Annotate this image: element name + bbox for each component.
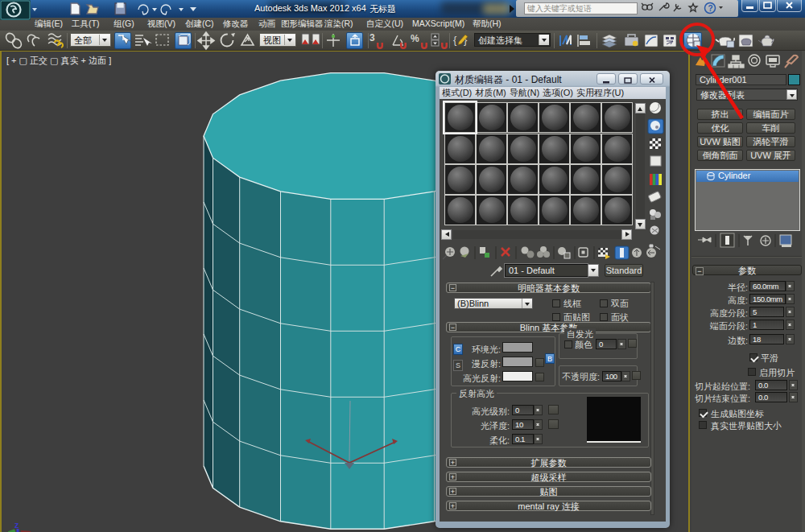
svg-text:%: % bbox=[411, 33, 419, 44]
svg-text:{: { bbox=[453, 34, 457, 46]
svg-text:3: 3 bbox=[369, 32, 375, 43]
svg-text:z: z bbox=[14, 520, 19, 530]
svg-text:?: ? bbox=[708, 4, 713, 13]
